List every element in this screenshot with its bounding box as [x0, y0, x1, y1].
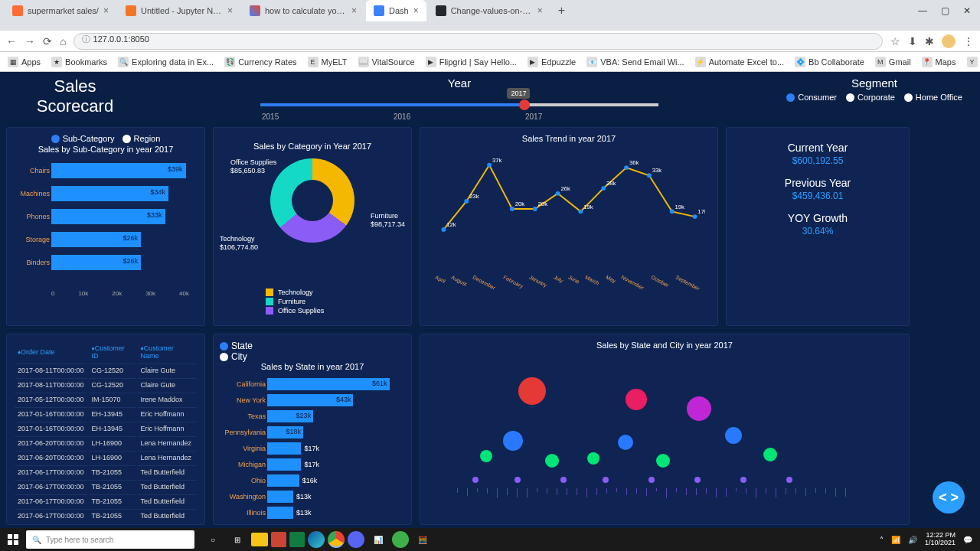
svg-point-16 — [624, 165, 629, 170]
segment-selector: Segment Consumer Corporate Home Office — [775, 77, 974, 102]
app2-icon[interactable] — [348, 531, 364, 548]
bookmark-item[interactable]: MGmail — [875, 57, 911, 67]
minimize-icon[interactable]: ― — [918, 5, 927, 16]
radio-consumer[interactable]: Consumer — [786, 93, 837, 102]
forward-icon[interactable]: → — [24, 35, 35, 47]
subcategory-chart: Chairs$39kMachines$34kPhones$33kStorage$… — [51, 160, 198, 290]
table-row[interactable]: 2017-06-20T00:00:00LH-16900Lena Hernande… — [15, 436, 197, 449]
table-row[interactable]: 2017-01-16T00:00:00EH-13945Eric Hoffmann — [15, 407, 197, 420]
svg-point-0 — [442, 227, 446, 232]
table-row[interactable]: 2017-05-12T00:00:00IM-15070Irene Maddox — [15, 393, 197, 406]
table-row[interactable]: 2017-08-11T00:00:00CG-12520Claire Gute — [15, 364, 197, 377]
chrome-icon[interactable] — [328, 531, 345, 548]
reload-icon[interactable]: ⟳ — [43, 35, 52, 47]
app-icon[interactable] — [271, 532, 286, 547]
radio-corporate[interactable]: Corporate — [846, 93, 895, 102]
chevron-up-icon[interactable]: ˄ — [880, 536, 884, 544]
home-icon[interactable]: ⌂ — [60, 35, 66, 47]
menu-icon[interactable]: ⋮ — [963, 35, 974, 47]
radio-city[interactable]: City — [220, 351, 405, 362]
tabs-row: supermarket sales/× Untitled - Jupyter N… — [0, 0, 980, 21]
new-tab-button[interactable]: + — [552, 4, 571, 18]
notifications-icon[interactable]: 💬 — [963, 536, 972, 544]
share-icon[interactable]: ☆ — [890, 35, 900, 47]
system-tray: ˄ 📶 🔊 12:22 PM1/10/2021 💬 — [880, 532, 980, 547]
app4-icon[interactable]: 🧮 — [412, 529, 433, 550]
state-card: State City Sales by State in year 2017 C… — [213, 334, 412, 525]
url-input[interactable]: ⓘ 127.0.0.1:8050 — [74, 33, 883, 50]
svg-point-20 — [670, 209, 675, 214]
radio-subcategory[interactable]: Sub-Category — [51, 134, 115, 143]
browser-chrome: supermarket sales/× Untitled - Jupyter N… — [0, 0, 980, 31]
bookmark-item[interactable]: 📧VBA: Send Email Wi... — [586, 57, 684, 67]
year-slider[interactable]: 2017 2015 2016 2017 — [260, 91, 658, 121]
donut-chart — [270, 158, 354, 243]
excel-icon[interactable] — [289, 532, 305, 547]
taskbar-search[interactable]: 🔍Type here to search — [26, 530, 194, 549]
taskview-icon[interactable]: ⊞ — [227, 529, 248, 550]
tab-dash[interactable]: Dash× — [366, 0, 426, 21]
bubble-chart — [426, 354, 903, 500]
bookmark-item[interactable]: EMyELT — [308, 57, 348, 67]
cortana-icon[interactable]: ○ — [202, 529, 224, 550]
svg-point-6 — [510, 207, 514, 211]
radio-region[interactable]: Region — [122, 134, 161, 143]
bookmark-item[interactable]: ▶Flipgrid | Say Hello... — [426, 57, 517, 67]
bookmark-item[interactable]: Ymobeenali967@ya... — [967, 57, 981, 67]
close-icon[interactable]: × — [103, 5, 109, 16]
code-fab-button[interactable]: < > — [933, 481, 965, 514]
donut-legend: Technology Furniture Office Supplies — [266, 289, 405, 315]
svg-text:23k: 23k — [469, 193, 479, 200]
taskbar-icons: ○ ⊞ 📊 🧮 — [202, 529, 433, 550]
bookmark-item[interactable]: 💠Bb Collaborate — [795, 57, 864, 67]
bookmark-item[interactable]: ▦Apps — [8, 57, 41, 67]
clock[interactable]: 12:22 PM1/10/2021 — [925, 532, 956, 547]
kpi-card: Current Year $600,192.55 Previous Year $… — [726, 127, 910, 326]
table-row[interactable]: 2017-06-17T00:00:00TB-21055Ted Butterfie… — [15, 465, 197, 478]
explorer-icon[interactable] — [251, 533, 268, 546]
wifi-icon[interactable]: 📶 — [891, 536, 900, 544]
bookmark-item[interactable]: 💱Currency Rates — [224, 57, 296, 67]
back-icon[interactable]: ← — [6, 35, 17, 47]
table-row[interactable]: 2017-06-20T00:00:00LH-16900Lena Hernande… — [15, 451, 197, 464]
close-icon[interactable]: × — [537, 5, 543, 16]
close-icon[interactable]: × — [351, 5, 357, 16]
table-row[interactable]: 2017-06-17T00:00:00TB-21055Ted Butterfie… — [15, 480, 197, 493]
svg-text:26k: 26k — [560, 185, 570, 192]
radio-home-office[interactable]: Home Office — [904, 93, 962, 102]
table-row[interactable]: 2017-08-11T00:00:00CG-12520Claire Gute — [15, 378, 197, 391]
bookmark-item[interactable]: ★Bookmarks — [51, 57, 107, 67]
svg-point-10 — [556, 191, 560, 196]
address-bar: ← → ⟳ ⌂ ⓘ 127.0.0.1:8050 ☆ ⬇ ✱ ⋮ — [0, 31, 980, 52]
table-row[interactable]: 2017-06-17T00:00:00TB-21055Ted Butterfie… — [15, 509, 197, 522]
tab-supermarket[interactable]: supermarket sales/× — [5, 0, 116, 21]
bookmark-item[interactable]: ⚡Automate Excel to... — [695, 57, 784, 67]
svg-point-2 — [464, 199, 469, 204]
table-row[interactable]: 2017-06-17T00:00:00TB-21055Ted Butterfie… — [15, 494, 197, 507]
close-window-icon[interactable]: ✕ — [963, 5, 971, 16]
anaconda-icon[interactable] — [392, 531, 409, 548]
slider-handle[interactable] — [519, 99, 530, 110]
maximize-icon[interactable]: ▢ — [941, 5, 949, 16]
volume-icon[interactable]: 🔊 — [908, 536, 917, 544]
tab-github[interactable]: Change-values-on-cards-dynam× — [428, 0, 550, 21]
svg-text:20k: 20k — [538, 201, 548, 207]
radio-state[interactable]: State — [220, 341, 405, 351]
bookmark-item[interactable]: ▶Edpuzzle — [528, 57, 576, 67]
edge-icon[interactable] — [308, 531, 325, 548]
orders-table: ♦Order Date♦Customer ID♦Customer Name 20… — [13, 341, 198, 523]
bookmark-item[interactable]: 🔍Exploring data in Ex... — [118, 57, 214, 67]
table-row[interactable]: 2017-01-16T00:00:00EH-13945Eric Hoffmann — [15, 422, 197, 435]
tab-google[interactable]: how to calculate yoy growth in p× — [242, 0, 364, 21]
bookmark-item[interactable]: 📖VitalSource — [358, 57, 415, 67]
close-icon[interactable]: × — [413, 5, 419, 16]
close-icon[interactable]: × — [227, 5, 233, 16]
profile-icon[interactable] — [942, 34, 956, 48]
extensions-icon[interactable]: ✱ — [925, 35, 934, 47]
start-button[interactable] — [0, 528, 26, 551]
bubble-card: Sales by State and City in year 2017 — [420, 334, 910, 525]
app3-icon[interactable]: 📊 — [368, 529, 389, 550]
download-icon[interactable]: ⬇ — [908, 35, 917, 47]
tab-jupyter[interactable]: Untitled - Jupyter Notebook× — [118, 0, 240, 21]
bookmark-item[interactable]: 📍Maps — [922, 57, 956, 67]
